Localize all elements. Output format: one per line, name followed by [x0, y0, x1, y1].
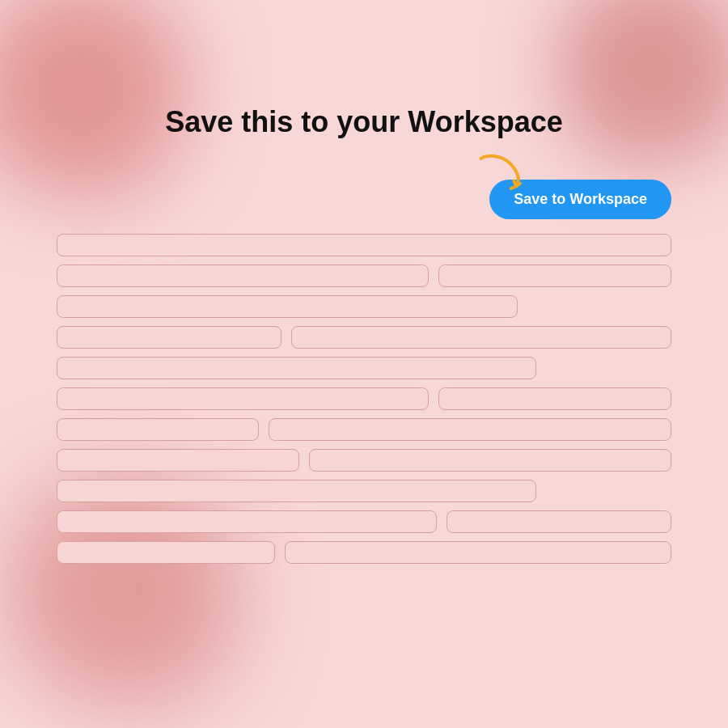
placeholder-row-7	[57, 418, 671, 441]
bg-blob-top-left	[0, 0, 186, 194]
placeholder-block	[57, 387, 429, 410]
placeholder-block	[438, 387, 671, 410]
placeholder-block	[57, 449, 299, 472]
placeholder-row-5	[57, 357, 671, 379]
placeholder-block	[438, 265, 671, 287]
placeholder-block	[57, 234, 671, 256]
placeholder-row-2	[57, 265, 671, 287]
placeholder-block	[57, 510, 437, 533]
placeholder-row-9	[57, 480, 671, 502]
placeholder-row-8	[57, 449, 671, 472]
background: Save this to your Workspace Save to Work…	[0, 0, 728, 728]
button-area: Save to Workspace	[57, 180, 671, 219]
placeholder-row-11	[57, 541, 671, 564]
placeholder-block	[57, 265, 429, 287]
placeholder-block	[291, 326, 671, 349]
placeholder-block	[57, 418, 259, 441]
placeholder-row-10	[57, 510, 671, 533]
placeholder-block	[57, 480, 536, 502]
placeholder-block	[57, 326, 281, 349]
placeholder-row-3	[57, 295, 671, 318]
placeholder-block	[57, 295, 518, 318]
placeholder-block	[285, 541, 671, 564]
placeholder-row-4	[57, 326, 671, 349]
placeholder-block	[57, 541, 275, 564]
page-title: Save this to your Workspace	[165, 105, 563, 139]
arrow-icon	[469, 151, 526, 210]
placeholder-block	[447, 510, 671, 533]
content-area	[57, 234, 671, 564]
placeholder-block	[269, 418, 671, 441]
placeholder-row-1	[57, 234, 671, 256]
placeholder-block	[309, 449, 671, 472]
bg-blob-top-right	[558, 0, 728, 162]
placeholder-block	[57, 357, 536, 379]
placeholder-row-6	[57, 387, 671, 410]
